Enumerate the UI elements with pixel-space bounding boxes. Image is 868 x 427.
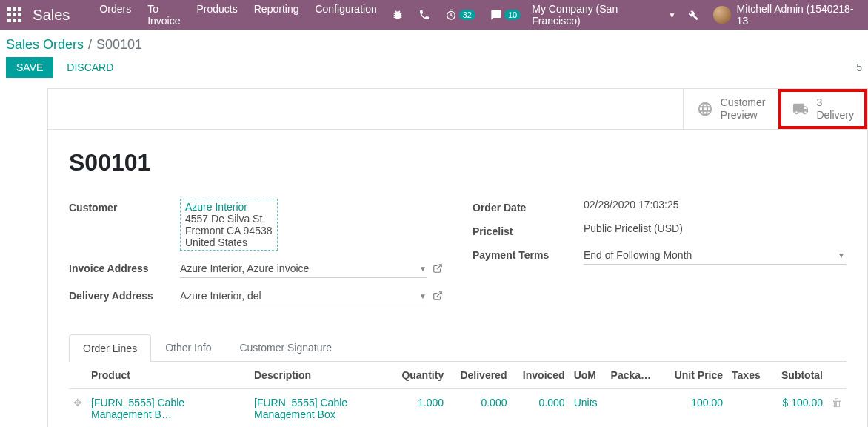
preview-line1: Customer: [721, 96, 766, 109]
invoice-address-input[interactable]: [180, 259, 427, 278]
payment-terms-select[interactable]: [584, 246, 847, 265]
avatar: [713, 6, 730, 24]
preview-line2: Preview: [721, 109, 766, 122]
col-unit-price[interactable]: Unit Price: [662, 362, 727, 389]
customer-addr1: 4557 De Silva St: [185, 213, 273, 225]
company-name: My Company (San Francisco): [532, 3, 664, 27]
record-count: 5: [856, 62, 862, 73]
nav-products[interactable]: Products: [197, 3, 238, 27]
col-subtotal[interactable]: Subtotal: [770, 362, 827, 389]
col-quantity[interactable]: Quantity: [390, 362, 448, 389]
line-quantity[interactable]: 1.000: [390, 388, 448, 427]
chevron-down-icon[interactable]: ▼: [838, 251, 845, 259]
customer-field[interactable]: Azure Interior 4557 De Silva St Fremont …: [180, 199, 278, 251]
breadcrumb: Sales Orders / S00101: [0, 30, 868, 57]
apps-launcher-icon[interactable]: [7, 7, 21, 22]
external-link-icon[interactable]: [433, 263, 443, 274]
drag-handle-icon[interactable]: ✥: [73, 397, 82, 408]
line-description[interactable]: [FURN_5555] Cable Management Box: [250, 388, 390, 427]
nav-orders[interactable]: Orders: [99, 3, 131, 27]
user-menu[interactable]: Mitchell Admin (1540218-13: [713, 3, 861, 27]
tab-other-info[interactable]: Other Info: [151, 334, 225, 361]
company-selector[interactable]: My Company (San Francisco) ▼: [532, 3, 675, 27]
globe-icon: [697, 101, 713, 117]
external-link-icon[interactable]: [433, 291, 443, 301]
tab-order-lines[interactable]: Order Lines: [69, 334, 151, 362]
col-delivered[interactable]: Delivered: [448, 362, 511, 389]
lines-header-row: Product Description Quantity Delivered I…: [69, 362, 847, 389]
col-uom[interactable]: UoM: [570, 362, 607, 389]
timer-icon[interactable]: 32: [445, 9, 475, 21]
table-row[interactable]: ✥ [FURN_5555] Cable Management B… [FURN_…: [69, 388, 847, 427]
wrench-icon[interactable]: [687, 9, 698, 21]
phone-icon[interactable]: [418, 9, 430, 21]
nav-menu: Orders To Invoice Products Reporting Con…: [99, 3, 376, 27]
trash-icon[interactable]: 🗑: [832, 397, 842, 408]
timer-badge: 32: [459, 10, 475, 20]
line-uom[interactable]: Units: [570, 388, 607, 427]
breadcrumb-current: S00101: [96, 37, 142, 53]
line-delivered[interactable]: 0.000: [448, 388, 511, 427]
line-taxes[interactable]: [727, 388, 770, 427]
pricelist-label: Pricelist: [473, 222, 584, 237]
order-name: S00101: [69, 149, 867, 176]
nav-to-invoice[interactable]: To Invoice: [147, 3, 180, 27]
line-invoiced[interactable]: 0.000: [511, 388, 569, 427]
order-date-value: 02/28/2020 17:03:25: [584, 199, 847, 211]
delivery-address-input[interactable]: [180, 287, 427, 305]
col-taxes[interactable]: Taxes: [727, 362, 770, 389]
chat-badge: 10: [504, 10, 521, 20]
nav-configuration[interactable]: Configuration: [315, 3, 376, 27]
order-date-label: Order Date: [473, 199, 584, 214]
customer-label: Customer: [69, 199, 180, 214]
pricelist-value: Public Pricelist (USD): [584, 222, 847, 234]
customer-addr2: Fremont CA 94538: [185, 225, 273, 236]
line-product[interactable]: [FURN_5555] Cable Management B…: [87, 388, 250, 427]
line-subtotal: $ 100.00: [770, 388, 827, 427]
col-invoiced[interactable]: Invoiced: [511, 362, 569, 389]
line-package[interactable]: [607, 388, 663, 427]
line-unit-price[interactable]: 100.00: [662, 388, 727, 427]
breadcrumb-root[interactable]: Sales Orders: [6, 37, 84, 53]
chat-icon[interactable]: 10: [490, 9, 521, 21]
nav-reporting[interactable]: Reporting: [254, 3, 299, 27]
delivery-label: Delivery: [816, 109, 854, 122]
customer-country: United States: [185, 236, 273, 248]
invoice-address-label: Invoice Address: [69, 259, 180, 274]
tab-customer-signature[interactable]: Customer Signature: [225, 334, 346, 361]
chevron-down-icon[interactable]: ▼: [419, 265, 427, 273]
payment-terms-label: Payment Terms: [473, 246, 584, 261]
delivery-address-label: Delivery Address: [69, 287, 180, 302]
app-brand[interactable]: Sales: [33, 7, 70, 24]
customer-name: Azure Interior: [185, 201, 273, 213]
delivery-button[interactable]: 3 Delivery: [778, 89, 867, 129]
col-package[interactable]: Packa…: [607, 362, 663, 389]
col-product[interactable]: Product: [87, 362, 250, 389]
truck-icon: [792, 101, 809, 117]
chevron-down-icon[interactable]: ▼: [419, 292, 427, 300]
customer-preview-button[interactable]: Customer Preview: [683, 89, 779, 129]
user-name: Mitchell Admin (1540218-13: [737, 3, 861, 27]
save-button[interactable]: Save: [6, 57, 53, 78]
discard-button[interactable]: Discard: [67, 62, 113, 73]
delivery-count: 3: [816, 96, 854, 109]
bug-icon[interactable]: [392, 9, 404, 21]
col-description[interactable]: Description: [250, 362, 390, 389]
